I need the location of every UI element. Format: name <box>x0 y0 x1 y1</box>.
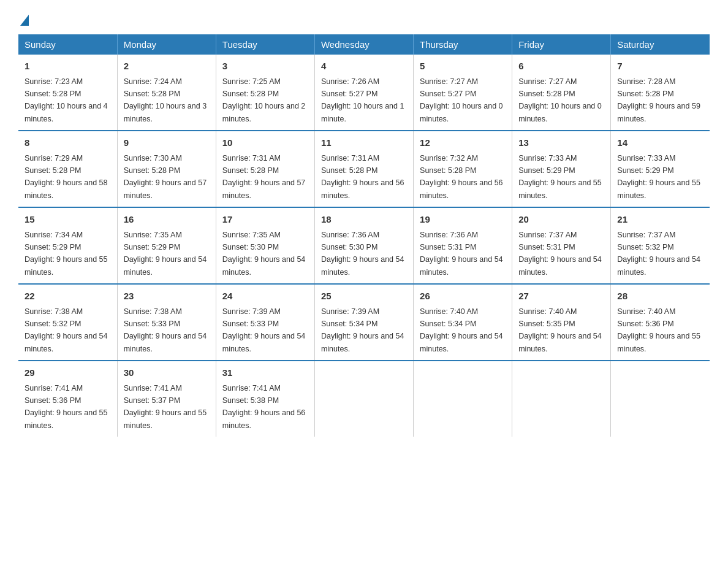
calendar-cell: 15 Sunrise: 7:34 AMSunset: 5:29 PMDaylig… <box>18 207 117 284</box>
day-info: Sunrise: 7:38 AMSunset: 5:32 PMDaylight:… <box>25 307 108 353</box>
day-info: Sunrise: 7:40 AMSunset: 5:35 PMDaylight:… <box>518 307 602 353</box>
day-info: Sunrise: 7:34 AMSunset: 5:29 PMDaylight:… <box>25 231 108 277</box>
calendar-cell: 19 Sunrise: 7:36 AMSunset: 5:31 PMDaylig… <box>414 207 512 284</box>
day-number: 4 <box>321 59 407 74</box>
calendar-cell: 9 Sunrise: 7:30 AMSunset: 5:28 PMDayligh… <box>117 131 216 207</box>
calendar-cell: 28 Sunrise: 7:40 AMSunset: 5:36 PMDaylig… <box>611 284 710 361</box>
calendar-cell: 7 Sunrise: 7:28 AMSunset: 5:28 PMDayligh… <box>611 55 710 131</box>
weekday-header-wednesday: Wednesday <box>314 34 413 55</box>
calendar-cell: 10 Sunrise: 7:31 AMSunset: 5:28 PMDaylig… <box>216 131 314 207</box>
calendar-cell: 4 Sunrise: 7:26 AMSunset: 5:27 PMDayligh… <box>314 55 413 131</box>
calendar-cell: 3 Sunrise: 7:25 AMSunset: 5:28 PMDayligh… <box>216 55 314 131</box>
day-number: 21 <box>617 213 703 227</box>
day-number: 28 <box>617 289 703 304</box>
calendar-cell: 29 Sunrise: 7:41 AMSunset: 5:36 PMDaylig… <box>18 361 117 437</box>
calendar-cell: 23 Sunrise: 7:38 AMSunset: 5:33 PMDaylig… <box>117 284 216 361</box>
calendar-week-row: 1 Sunrise: 7:23 AMSunset: 5:28 PMDayligh… <box>18 55 710 131</box>
weekday-header-thursday: Thursday <box>414 34 512 55</box>
day-info: Sunrise: 7:41 AMSunset: 5:38 PMDaylight:… <box>222 384 306 430</box>
day-info: Sunrise: 7:37 AMSunset: 5:31 PMDaylight:… <box>518 231 602 277</box>
day-number: 17 <box>222 213 308 227</box>
day-number: 10 <box>222 136 308 150</box>
logo-triangle-icon <box>20 15 29 26</box>
day-info: Sunrise: 7:41 AMSunset: 5:37 PMDaylight:… <box>124 384 207 430</box>
day-info: Sunrise: 7:33 AMSunset: 5:29 PMDaylight:… <box>518 154 602 200</box>
calendar-week-row: 15 Sunrise: 7:34 AMSunset: 5:29 PMDaylig… <box>18 207 710 284</box>
day-info: Sunrise: 7:35 AMSunset: 5:30 PMDaylight:… <box>222 231 306 277</box>
weekday-header-saturday: Saturday <box>611 34 710 55</box>
day-number: 3 <box>222 59 308 74</box>
weekday-header-sunday: Sunday <box>18 34 117 55</box>
day-number: 16 <box>124 213 210 227</box>
day-info: Sunrise: 7:39 AMSunset: 5:33 PMDaylight:… <box>222 307 306 353</box>
calendar-cell: 16 Sunrise: 7:35 AMSunset: 5:29 PMDaylig… <box>117 207 216 284</box>
day-number: 14 <box>617 136 703 150</box>
day-info: Sunrise: 7:33 AMSunset: 5:29 PMDaylight:… <box>617 154 700 200</box>
day-info: Sunrise: 7:35 AMSunset: 5:29 PMDaylight:… <box>124 231 207 277</box>
calendar-cell: 13 Sunrise: 7:33 AMSunset: 5:29 PMDaylig… <box>512 131 611 207</box>
day-info: Sunrise: 7:30 AMSunset: 5:28 PMDaylight:… <box>124 154 207 200</box>
calendar-cell <box>414 361 512 437</box>
day-number: 23 <box>124 289 210 304</box>
calendar-cell: 1 Sunrise: 7:23 AMSunset: 5:28 PMDayligh… <box>18 55 117 131</box>
day-info: Sunrise: 7:38 AMSunset: 5:33 PMDaylight:… <box>124 307 207 353</box>
calendar-cell: 14 Sunrise: 7:33 AMSunset: 5:29 PMDaylig… <box>611 131 710 207</box>
day-info: Sunrise: 7:28 AMSunset: 5:28 PMDaylight:… <box>617 77 700 123</box>
day-number: 31 <box>222 366 308 380</box>
day-number: 19 <box>420 213 506 227</box>
calendar-cell: 30 Sunrise: 7:41 AMSunset: 5:37 PMDaylig… <box>117 361 216 437</box>
calendar-cell: 21 Sunrise: 7:37 AMSunset: 5:32 PMDaylig… <box>611 207 710 284</box>
day-info: Sunrise: 7:23 AMSunset: 5:28 PMDaylight:… <box>25 77 108 123</box>
day-number: 27 <box>518 289 604 304</box>
calendar-cell: 6 Sunrise: 7:27 AMSunset: 5:28 PMDayligh… <box>512 55 611 131</box>
day-info: Sunrise: 7:36 AMSunset: 5:31 PMDaylight:… <box>420 231 503 277</box>
calendar-cell: 2 Sunrise: 7:24 AMSunset: 5:28 PMDayligh… <box>117 55 216 131</box>
day-number: 8 <box>25 136 111 150</box>
calendar-table: SundayMondayTuesdayWednesdayThursdayFrid… <box>18 34 710 437</box>
day-number: 13 <box>518 136 604 150</box>
calendar-cell: 17 Sunrise: 7:35 AMSunset: 5:30 PMDaylig… <box>216 207 314 284</box>
calendar-cell <box>314 361 413 437</box>
day-number: 9 <box>124 136 210 150</box>
day-info: Sunrise: 7:25 AMSunset: 5:28 PMDaylight:… <box>222 77 306 123</box>
day-number: 25 <box>321 289 407 304</box>
day-info: Sunrise: 7:37 AMSunset: 5:32 PMDaylight:… <box>617 231 700 277</box>
day-info: Sunrise: 7:40 AMSunset: 5:34 PMDaylight:… <box>420 307 503 353</box>
day-number: 7 <box>617 59 703 74</box>
page-header <box>18 12 710 23</box>
calendar-cell: 31 Sunrise: 7:41 AMSunset: 5:38 PMDaylig… <box>216 361 314 437</box>
calendar-cell <box>512 361 611 437</box>
calendar-cell: 12 Sunrise: 7:32 AMSunset: 5:28 PMDaylig… <box>414 131 512 207</box>
calendar-cell: 25 Sunrise: 7:39 AMSunset: 5:34 PMDaylig… <box>314 284 413 361</box>
calendar-cell: 20 Sunrise: 7:37 AMSunset: 5:31 PMDaylig… <box>512 207 611 284</box>
calendar-cell: 26 Sunrise: 7:40 AMSunset: 5:34 PMDaylig… <box>414 284 512 361</box>
day-number: 12 <box>420 136 506 150</box>
day-info: Sunrise: 7:27 AMSunset: 5:27 PMDaylight:… <box>420 77 503 123</box>
day-info: Sunrise: 7:26 AMSunset: 5:27 PMDaylight:… <box>321 77 404 123</box>
calendar-cell: 27 Sunrise: 7:40 AMSunset: 5:35 PMDaylig… <box>512 284 611 361</box>
weekday-header-friday: Friday <box>512 34 611 55</box>
day-number: 24 <box>222 289 308 304</box>
day-info: Sunrise: 7:32 AMSunset: 5:28 PMDaylight:… <box>420 154 503 200</box>
day-number: 1 <box>25 59 111 74</box>
day-info: Sunrise: 7:31 AMSunset: 5:28 PMDaylight:… <box>321 154 404 200</box>
day-number: 18 <box>321 213 407 227</box>
day-info: Sunrise: 7:41 AMSunset: 5:36 PMDaylight:… <box>25 384 108 430</box>
day-info: Sunrise: 7:29 AMSunset: 5:28 PMDaylight:… <box>25 154 108 200</box>
logo <box>18 12 29 23</box>
day-number: 5 <box>420 59 506 74</box>
day-number: 29 <box>25 366 111 380</box>
day-number: 26 <box>420 289 506 304</box>
calendar-week-row: 29 Sunrise: 7:41 AMSunset: 5:36 PMDaylig… <box>18 361 710 437</box>
day-number: 30 <box>124 366 210 380</box>
weekday-header-tuesday: Tuesday <box>216 34 314 55</box>
day-number: 2 <box>124 59 210 74</box>
day-info: Sunrise: 7:27 AMSunset: 5:28 PMDaylight:… <box>518 77 602 123</box>
calendar-week-row: 8 Sunrise: 7:29 AMSunset: 5:28 PMDayligh… <box>18 131 710 207</box>
calendar-cell: 8 Sunrise: 7:29 AMSunset: 5:28 PMDayligh… <box>18 131 117 207</box>
calendar-cell: 18 Sunrise: 7:36 AMSunset: 5:30 PMDaylig… <box>314 207 413 284</box>
calendar-cell: 11 Sunrise: 7:31 AMSunset: 5:28 PMDaylig… <box>314 131 413 207</box>
day-number: 6 <box>518 59 604 74</box>
calendar-cell: 22 Sunrise: 7:38 AMSunset: 5:32 PMDaylig… <box>18 284 117 361</box>
day-info: Sunrise: 7:24 AMSunset: 5:28 PMDaylight:… <box>124 77 207 123</box>
